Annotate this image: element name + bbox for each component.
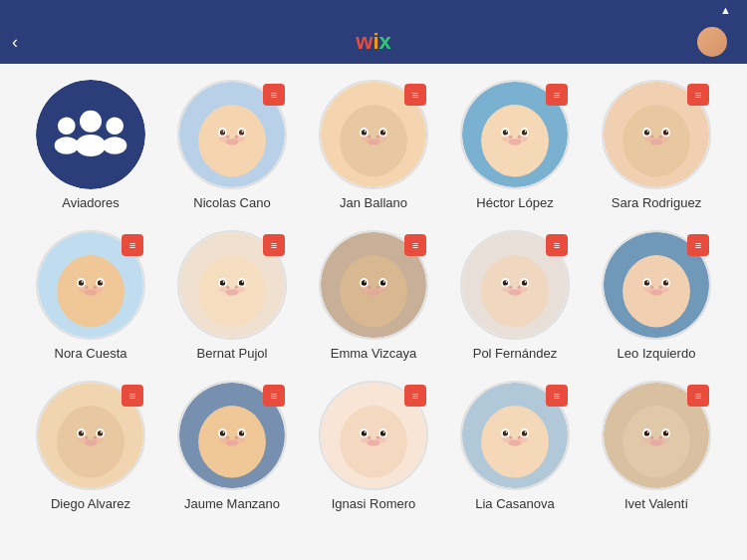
logo-w-green: x: [379, 29, 391, 54]
svg-point-82: [220, 280, 225, 285]
doc-icon-sara-rodriguez[interactable]: ≡: [687, 84, 709, 106]
student-card-nora-cuesta[interactable]: ≡Nora Cuesta: [20, 230, 161, 361]
svg-point-57: [666, 131, 668, 133]
svg-point-13: [239, 130, 244, 135]
svg-point-149: [202, 406, 261, 464]
svg-point-174: [376, 436, 379, 439]
svg-point-3: [58, 117, 76, 135]
svg-point-159: [226, 436, 229, 439]
student-name-aviadores: Aviadores: [62, 195, 120, 210]
doc-icon-ignasi-romero[interactable]: ≡: [404, 385, 426, 407]
student-card-jaume-manzano[interactable]: ≡Jaume Manzano: [161, 381, 303, 511]
student-card-ivet-valenti[interactable]: ≡Ivet Valentí: [586, 381, 727, 511]
doc-icon-ivet-valenti[interactable]: ≡: [687, 385, 709, 407]
svg-point-20: [235, 136, 238, 139]
svg-point-29: [383, 131, 385, 133]
doc-icon-lia-casanova[interactable]: ≡: [546, 385, 568, 407]
back-chevron-icon: ‹: [12, 32, 18, 53]
svg-point-177: [485, 406, 544, 464]
svg-point-75: [85, 286, 88, 289]
student-name-emma-vizcaya: Emma Vizcaya: [331, 346, 416, 361]
svg-point-126: [647, 281, 649, 283]
svg-point-167: [380, 430, 385, 435]
svg-point-103: [368, 286, 371, 289]
student-name-bernat-pujol: Bernat Pujol: [197, 346, 268, 361]
svg-point-117: [509, 286, 512, 289]
student-name-pol-fernandez: Pol Fernández: [473, 346, 558, 361]
student-card-lia-casanova[interactable]: ≡Lia Casanova: [444, 381, 586, 511]
student-card-pol-fernandez[interactable]: ≡Pol Fernández: [444, 230, 586, 361]
doc-icon-leo-izquierdo[interactable]: ≡: [687, 234, 709, 256]
doc-icon-emma-vizcaya[interactable]: ≡: [404, 234, 426, 256]
doc-icon-pol-fernandez[interactable]: ≡: [546, 234, 568, 256]
student-card-jan-ballano[interactable]: ≡Jan Ballano: [303, 80, 444, 210]
student-card-hector-lopez[interactable]: ≡Héctor López: [444, 80, 586, 210]
avatar-wrapper: ≡: [602, 230, 711, 340]
svg-point-54: [644, 130, 649, 135]
svg-point-132: [659, 286, 662, 289]
student-card-nicolas-cano[interactable]: ≡Nicolas Cano: [161, 80, 303, 210]
student-card-ignasi-romero[interactable]: ≡Ignasi Romero: [303, 381, 444, 511]
svg-point-145: [85, 436, 88, 439]
svg-point-70: [82, 281, 84, 283]
svg-point-42: [506, 131, 508, 133]
svg-point-96: [362, 280, 367, 285]
svg-point-43: [525, 131, 527, 133]
doc-icon-diego-alvarez[interactable]: ≡: [122, 385, 143, 407]
back-button[interactable]: ‹: [12, 32, 22, 53]
svg-point-112: [506, 281, 508, 283]
doc-icon-nora-cuesta[interactable]: ≡: [122, 234, 143, 256]
wifi-icon: ▲: [720, 4, 731, 16]
svg-point-118: [518, 286, 521, 289]
doc-icon-jaume-manzano[interactable]: ≡: [263, 385, 285, 407]
doc-icon-hector-lopez[interactable]: ≡: [546, 84, 568, 106]
svg-point-146: [94, 436, 97, 439]
avatar-wrapper: ≡: [319, 381, 428, 490]
svg-point-33: [368, 136, 371, 139]
student-name-nora-cuesta: Nora Cuesta: [55, 346, 127, 361]
svg-point-168: [365, 431, 367, 433]
svg-point-27: [380, 130, 385, 135]
student-name-ivet-valenti: Ivet Valentí: [624, 496, 688, 511]
doc-icon-jan-ballano[interactable]: ≡: [404, 84, 426, 106]
svg-point-14: [223, 131, 225, 133]
student-card-diego-alvarez[interactable]: ≡Diego Alvarez: [20, 381, 161, 511]
svg-point-85: [242, 281, 244, 283]
avatar-wrapper: ≡: [319, 230, 428, 340]
svg-point-104: [376, 286, 379, 289]
student-card-sara-rodriguez[interactable]: ≡Sara Rodriguez: [586, 80, 727, 210]
student-card-leo-izquierdo[interactable]: ≡Leo Izquierdo: [586, 230, 727, 361]
avatar-wrapper: ≡: [177, 381, 287, 490]
avatar-wrapper: ≡: [602, 80, 711, 189]
avatar-wrapper: ≡: [319, 80, 428, 189]
student-name-jan-ballano: Jan Ballano: [340, 195, 407, 210]
student-name-leo-izquierdo: Leo Izquierdo: [618, 346, 696, 361]
student-card-aviadores[interactable]: Aviadores: [20, 80, 161, 210]
doc-icon-bernat-pujol[interactable]: ≡: [263, 234, 285, 256]
svg-point-153: [239, 430, 244, 435]
avatar-aviadores: [36, 80, 145, 189]
svg-point-40: [503, 130, 508, 135]
doc-icon-nicolas-cano[interactable]: ≡: [263, 84, 285, 106]
svg-point-183: [525, 431, 527, 433]
avatar-wrapper: ≡: [36, 230, 145, 340]
svg-point-2: [76, 135, 107, 156]
svg-point-4: [55, 137, 79, 154]
avatar-wrapper: ≡: [36, 381, 145, 490]
user-avatar[interactable]: [697, 27, 727, 57]
svg-point-141: [101, 431, 103, 433]
svg-point-83: [239, 280, 244, 285]
student-card-bernat-pujol[interactable]: ≡Bernat Pujol: [161, 230, 303, 361]
svg-point-98: [365, 281, 367, 283]
svg-point-124: [644, 280, 649, 285]
svg-point-152: [220, 430, 225, 435]
svg-point-99: [383, 281, 385, 283]
svg-point-125: [663, 280, 668, 285]
avatar-wrapper: ≡: [460, 230, 570, 340]
svg-point-110: [503, 280, 508, 285]
svg-point-69: [98, 280, 103, 285]
student-card-emma-vizcaya[interactable]: ≡Emma Vizcaya: [303, 230, 444, 361]
svg-point-155: [242, 431, 244, 433]
svg-point-48: [518, 136, 521, 139]
main-content: Aviadores ≡Nicolas Cano ≡Jan Ballano: [0, 64, 747, 560]
